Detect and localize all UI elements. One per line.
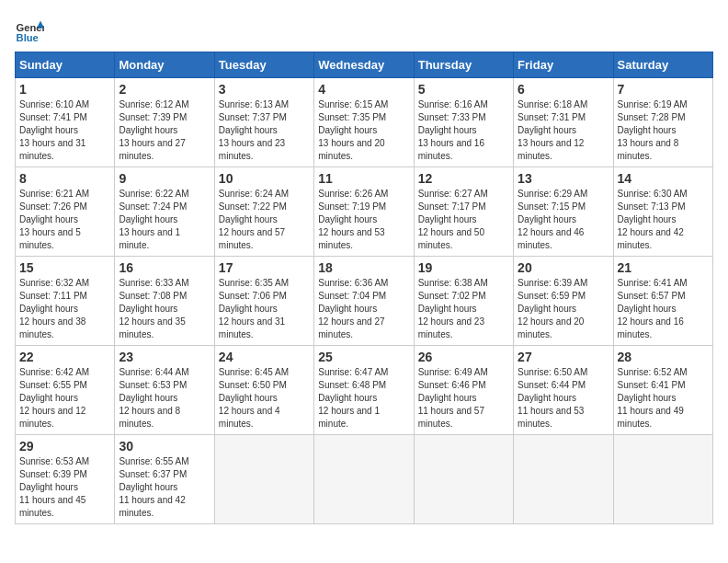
calendar-cell: 15Sunrise: 6:32 AMSunset: 7:11 PMDayligh… — [16, 257, 115, 346]
day-info: Sunrise: 6:15 AMSunset: 7:35 PMDaylight … — [318, 98, 409, 163]
calendar-cell: 24Sunrise: 6:45 AMSunset: 6:50 PMDayligh… — [214, 346, 313, 435]
day-info: Sunrise: 6:49 AMSunset: 6:46 PMDaylight … — [418, 366, 509, 431]
column-header-tuesday: Tuesday — [214, 52, 313, 78]
day-number: 22 — [19, 350, 110, 364]
calendar-cell: 5Sunrise: 6:16 AMSunset: 7:33 PMDaylight… — [414, 78, 513, 167]
day-number: 29 — [19, 439, 110, 454]
calendar-cell: 14Sunrise: 6:30 AMSunset: 7:13 PMDayligh… — [613, 167, 712, 257]
calendar-row: 22Sunrise: 6:42 AMSunset: 6:55 PMDayligh… — [16, 346, 713, 435]
day-info: Sunrise: 6:36 AMSunset: 7:04 PMDaylight … — [318, 277, 409, 341]
day-number: 4 — [318, 82, 409, 97]
calendar-cell: 8Sunrise: 6:21 AMSunset: 7:26 PMDaylight… — [16, 167, 115, 257]
day-number: 5 — [418, 82, 509, 97]
day-info: Sunrise: 6:41 AMSunset: 6:57 PMDaylight … — [618, 277, 709, 341]
logo: General Blue — [15, 15, 44, 44]
calendar-cell: 23Sunrise: 6:44 AMSunset: 6:53 PMDayligh… — [115, 346, 214, 435]
calendar-row: 8Sunrise: 6:21 AMSunset: 7:26 PMDaylight… — [16, 167, 713, 257]
day-info: Sunrise: 6:53 AMSunset: 6:39 PMDaylight … — [19, 455, 110, 520]
calendar-cell: 18Sunrise: 6:36 AMSunset: 7:04 PMDayligh… — [314, 257, 414, 346]
calendar-cell — [414, 435, 513, 524]
calendar-cell: 20Sunrise: 6:39 AMSunset: 6:59 PMDayligh… — [514, 257, 613, 346]
day-info: Sunrise: 6:19 AMSunset: 7:28 PMDaylight … — [618, 98, 709, 163]
calendar-cell: 28Sunrise: 6:52 AMSunset: 6:41 PMDayligh… — [613, 346, 712, 435]
calendar-cell: 12Sunrise: 6:27 AMSunset: 7:17 PMDayligh… — [414, 167, 513, 257]
calendar-cell: 25Sunrise: 6:47 AMSunset: 6:48 PMDayligh… — [314, 346, 414, 435]
svg-text:Blue: Blue — [17, 32, 39, 43]
column-header-thursday: Thursday — [414, 52, 513, 78]
day-number: 19 — [418, 260, 509, 275]
day-info: Sunrise: 6:33 AMSunset: 7:08 PMDaylight … — [119, 277, 210, 341]
day-number: 9 — [119, 171, 210, 186]
calendar-cell: 26Sunrise: 6:49 AMSunset: 6:46 PMDayligh… — [414, 346, 513, 435]
day-info: Sunrise: 6:52 AMSunset: 6:41 PMDaylight … — [618, 366, 709, 431]
calendar-cell — [613, 435, 712, 524]
day-number: 12 — [418, 171, 509, 186]
day-number: 28 — [618, 350, 709, 364]
day-number: 14 — [618, 171, 709, 186]
calendar-cell: 9Sunrise: 6:22 AMSunset: 7:24 PMDaylight… — [115, 167, 214, 257]
column-header-wednesday: Wednesday — [314, 52, 414, 78]
day-info: Sunrise: 6:30 AMSunset: 7:13 PMDaylight … — [618, 188, 709, 252]
day-info: Sunrise: 6:22 AMSunset: 7:24 PMDaylight … — [119, 188, 210, 252]
calendar-cell: 13Sunrise: 6:29 AMSunset: 7:15 PMDayligh… — [514, 167, 613, 257]
day-info: Sunrise: 6:29 AMSunset: 7:15 PMDaylight … — [518, 188, 609, 252]
calendar-cell — [314, 435, 414, 524]
day-info: Sunrise: 6:39 AMSunset: 6:59 PMDaylight … — [518, 277, 609, 341]
day-info: Sunrise: 6:26 AMSunset: 7:19 PMDaylight … — [318, 188, 409, 252]
calendar-cell: 11Sunrise: 6:26 AMSunset: 7:19 PMDayligh… — [314, 167, 414, 257]
column-header-sunday: Sunday — [16, 52, 115, 78]
day-number: 6 — [518, 82, 609, 97]
calendar-cell — [214, 435, 313, 524]
calendar-cell: 6Sunrise: 6:18 AMSunset: 7:31 PMDaylight… — [514, 78, 613, 167]
day-info: Sunrise: 6:55 AMSunset: 6:37 PMDaylight … — [119, 455, 210, 520]
page-header: General Blue — [15, 15, 713, 44]
calendar-row: 15Sunrise: 6:32 AMSunset: 7:11 PMDayligh… — [16, 257, 713, 346]
day-info: Sunrise: 6:45 AMSunset: 6:50 PMDaylight … — [219, 366, 310, 431]
calendar-cell: 17Sunrise: 6:35 AMSunset: 7:06 PMDayligh… — [214, 257, 313, 346]
day-info: Sunrise: 6:16 AMSunset: 7:33 PMDaylight … — [418, 98, 509, 163]
day-number: 26 — [418, 350, 509, 364]
day-info: Sunrise: 6:13 AMSunset: 7:37 PMDaylight … — [219, 98, 310, 163]
day-number: 10 — [219, 171, 310, 186]
calendar-cell: 19Sunrise: 6:38 AMSunset: 7:02 PMDayligh… — [414, 257, 513, 346]
day-info: Sunrise: 6:18 AMSunset: 7:31 PMDaylight … — [518, 98, 609, 163]
calendar-cell: 22Sunrise: 6:42 AMSunset: 6:55 PMDayligh… — [16, 346, 115, 435]
day-number: 18 — [318, 260, 409, 275]
day-number: 17 — [219, 260, 310, 275]
day-number: 25 — [318, 350, 409, 364]
day-number: 15 — [19, 260, 110, 275]
day-info: Sunrise: 6:44 AMSunset: 6:53 PMDaylight … — [119, 366, 210, 431]
day-info: Sunrise: 6:10 AMSunset: 7:41 PMDaylight … — [19, 98, 110, 163]
day-info: Sunrise: 6:42 AMSunset: 6:55 PMDaylight … — [19, 366, 110, 431]
day-info: Sunrise: 6:38 AMSunset: 7:02 PMDaylight … — [418, 277, 509, 341]
day-info: Sunrise: 6:32 AMSunset: 7:11 PMDaylight … — [19, 277, 110, 341]
calendar-cell: 2Sunrise: 6:12 AMSunset: 7:39 PMDaylight… — [115, 78, 214, 167]
calendar-cell: 16Sunrise: 6:33 AMSunset: 7:08 PMDayligh… — [115, 257, 214, 346]
day-number: 30 — [119, 439, 210, 454]
day-number: 8 — [19, 171, 110, 186]
day-number: 23 — [119, 350, 210, 364]
calendar-cell: 4Sunrise: 6:15 AMSunset: 7:35 PMDaylight… — [314, 78, 414, 167]
day-number: 21 — [618, 260, 709, 275]
day-number: 7 — [618, 82, 709, 97]
calendar-cell: 21Sunrise: 6:41 AMSunset: 6:57 PMDayligh… — [613, 257, 712, 346]
day-number: 24 — [219, 350, 310, 364]
calendar-cell: 1Sunrise: 6:10 AMSunset: 7:41 PMDaylight… — [16, 78, 115, 167]
day-number: 11 — [318, 171, 409, 186]
calendar-cell: 27Sunrise: 6:50 AMSunset: 6:44 PMDayligh… — [514, 346, 613, 435]
calendar-cell: 7Sunrise: 6:19 AMSunset: 7:28 PMDaylight… — [613, 78, 712, 167]
column-header-friday: Friday — [514, 52, 613, 78]
calendar-cell: 3Sunrise: 6:13 AMSunset: 7:37 PMDaylight… — [214, 78, 313, 167]
day-number: 13 — [518, 171, 609, 186]
day-number: 3 — [219, 82, 310, 97]
column-header-monday: Monday — [115, 52, 214, 78]
day-info: Sunrise: 6:27 AMSunset: 7:17 PMDaylight … — [418, 188, 509, 252]
calendar-row: 1Sunrise: 6:10 AMSunset: 7:41 PMDaylight… — [16, 78, 713, 167]
day-info: Sunrise: 6:12 AMSunset: 7:39 PMDaylight … — [119, 98, 210, 163]
day-number: 27 — [518, 350, 609, 364]
day-info: Sunrise: 6:21 AMSunset: 7:26 PMDaylight … — [19, 188, 110, 252]
day-info: Sunrise: 6:47 AMSunset: 6:48 PMDaylight … — [318, 366, 409, 431]
calendar-row: 29Sunrise: 6:53 AMSunset: 6:39 PMDayligh… — [16, 435, 713, 524]
day-number: 2 — [119, 82, 210, 97]
calendar-cell: 30Sunrise: 6:55 AMSunset: 6:37 PMDayligh… — [115, 435, 214, 524]
